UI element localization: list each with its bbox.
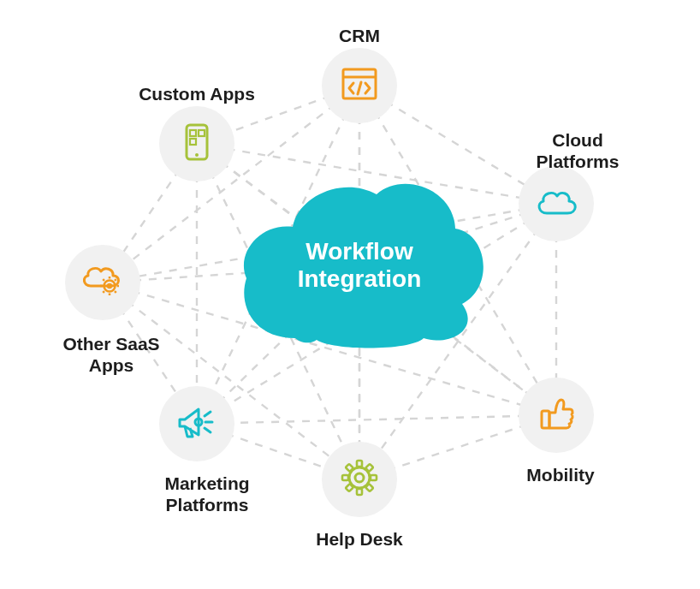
svg-line-50 [205, 428, 211, 432]
cloud-label: Cloud Platforms [537, 130, 620, 173]
svg-point-32 [195, 153, 199, 157]
center-cloud: Workflow Integration [231, 176, 488, 355]
phone-apps-icon [175, 121, 218, 167]
megaphone-icon [173, 401, 221, 447]
cloud-circle [519, 166, 594, 241]
helpdesk-label: Help Desk [316, 529, 403, 550]
svg-rect-33 [190, 130, 196, 136]
svg-line-45 [103, 279, 104, 281]
svg-rect-58 [346, 484, 353, 491]
svg-line-41 [115, 291, 116, 293]
thumbs-up-icon [535, 392, 578, 438]
saas-label: Other SaaS Apps [62, 334, 159, 377]
svg-line-49 [205, 412, 211, 416]
svg-line-43 [103, 291, 104, 293]
custom-circle [159, 106, 234, 181]
svg-line-30 [358, 82, 361, 94]
mobility-circle [519, 378, 594, 453]
svg-rect-60 [346, 464, 353, 472]
marketing-label: Marketing Platforms [164, 473, 249, 516]
cloud-icon [533, 185, 579, 223]
crm-circle [322, 48, 397, 123]
center-label: Workflow Integration [298, 238, 422, 293]
svg-rect-53 [357, 461, 362, 467]
svg-rect-55 [371, 475, 377, 480]
svg-rect-57 [357, 489, 362, 495]
svg-rect-35 [190, 139, 196, 145]
marketing-circle [159, 386, 234, 461]
custom-label: Custom Apps [139, 84, 255, 105]
svg-rect-34 [199, 130, 205, 136]
svg-rect-54 [365, 464, 373, 472]
saas-circle [65, 245, 140, 320]
svg-line-39 [115, 279, 116, 281]
gear-icon [337, 455, 382, 503]
helpdesk-circle [322, 442, 397, 517]
svg-rect-59 [342, 475, 348, 480]
mobility-label: Mobility [526, 465, 594, 486]
diagram-stage: Workflow Integration CRM Custom Apps Clo… [0, 0, 700, 589]
cloud-gear-icon [79, 262, 127, 303]
svg-point-52 [355, 473, 364, 482]
svg-line-22 [197, 415, 556, 424]
code-icon [338, 62, 381, 109]
crm-label: CRM [339, 26, 380, 47]
svg-rect-56 [365, 484, 373, 491]
